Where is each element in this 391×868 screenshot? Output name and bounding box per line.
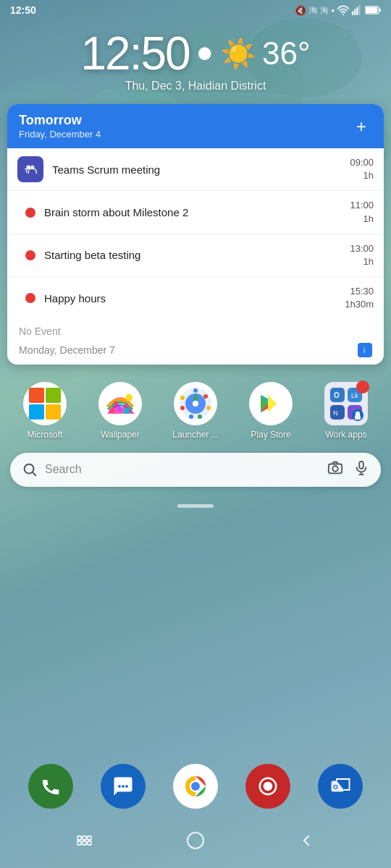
search-bar[interactable]: Search	[10, 453, 381, 487]
svg-point-62	[264, 782, 273, 791]
svg-point-25	[124, 408, 130, 414]
date-location: Thu, Dec 3, Haidian District	[14, 80, 377, 93]
svg-rect-71	[188, 833, 203, 848]
svg-rect-12	[358, 5, 360, 15]
dot-indicator: ●	[331, 7, 335, 14]
event-row-4[interactable]: Happy hours 15:30 1h30m	[7, 277, 384, 319]
svg-rect-67	[88, 836, 91, 840]
no-event-label: No Event	[7, 320, 384, 340]
svg-rect-15	[366, 7, 377, 13]
workapps-badge	[356, 380, 369, 393]
recents-button[interactable]	[72, 827, 98, 854]
nav-bar	[0, 820, 391, 868]
search-icon	[22, 461, 38, 477]
voice-search-button[interactable]	[353, 460, 369, 480]
signal-icon	[352, 5, 362, 15]
calendar-subtitle: Friday, December 4	[19, 129, 101, 140]
status-bar: 12:50 🔇 淘 淘 ●	[0, 0, 391, 17]
event-title-3: Starting beta testing	[44, 249, 341, 261]
wallpaper-icon	[98, 382, 142, 425]
handle-bar[interactable]	[0, 494, 391, 518]
clock-area: 12:50 • ☀️ 36° Thu, Dec 3, Haidian Distr…	[0, 17, 391, 98]
svg-point-30	[193, 388, 198, 393]
playstore-label: Play Store	[251, 430, 290, 440]
svg-text:i: i	[363, 346, 365, 354]
svg-point-60	[191, 782, 200, 791]
dock-phone[interactable]	[28, 764, 73, 809]
app-playstore[interactable]: Play Store	[238, 382, 303, 440]
search-bar-container: Search	[0, 446, 391, 494]
dock-outlook[interactable]: O	[318, 764, 363, 809]
wifi-icon	[337, 5, 349, 15]
teams-icon: T	[17, 156, 43, 182]
calendar-info-icon[interactable]: i	[358, 343, 372, 357]
svg-rect-68	[77, 841, 81, 845]
app-workapps[interactable]: O Lk N Work apps	[314, 382, 379, 440]
home-button[interactable]	[182, 827, 209, 854]
app-wallpaper[interactable]: Wallpaper	[88, 382, 153, 440]
search-placeholder: Search	[45, 463, 320, 476]
dock-messages[interactable]	[101, 764, 146, 809]
playstore-icon	[249, 382, 293, 425]
weather-icon: ☀️	[220, 37, 256, 71]
svg-point-8	[342, 14, 344, 15]
event-row-1[interactable]: T Teams Scrum meeting 09:00 1h	[7, 148, 384, 191]
calendar-add-button[interactable]: +	[350, 116, 372, 137]
mute-icon: 🔇	[295, 5, 306, 16]
svg-point-56	[125, 785, 128, 788]
event-dot-3	[25, 250, 35, 260]
svg-point-32	[206, 406, 211, 410]
app-microsoft[interactable]: Microsoft	[12, 382, 77, 440]
svg-point-50	[332, 466, 337, 471]
app-launcher[interactable]: Launcher ...	[163, 382, 228, 440]
dock: O	[0, 757, 391, 820]
app-grid: Microsoft	[0, 370, 391, 446]
screen-content: 12:50 🔇 淘 淘 ●	[0, 0, 391, 868]
event-dot-2	[25, 208, 35, 218]
svg-point-33	[198, 414, 202, 419]
event-time-3: 13:00 1h	[350, 242, 374, 268]
event-title-1: Teams Scrum meeting	[52, 163, 341, 176]
svg-point-54	[118, 785, 121, 788]
event-row-3[interactable]: Starting beta testing 13:00 1h	[7, 234, 384, 277]
microsoft-icon	[23, 382, 67, 425]
camera-search-button[interactable]	[327, 460, 343, 480]
svg-text:Lk: Lk	[351, 392, 358, 399]
status-time: 12:50	[10, 4, 36, 16]
svg-text:O: O	[334, 391, 340, 399]
svg-rect-11	[356, 7, 358, 15]
svg-rect-70	[88, 841, 91, 845]
calendar-events: T Teams Scrum meeting 09:00 1h Brain sto…	[7, 148, 384, 320]
workapps-label: Work apps	[325, 430, 366, 440]
temperature: 36°	[262, 35, 311, 72]
svg-point-31	[203, 394, 208, 399]
weather-info: ☀️ 36°	[220, 35, 311, 72]
event-title-2: Brain storm about Milestone 2	[44, 206, 341, 218]
svg-point-36	[180, 396, 185, 400]
drawer-handle[interactable]	[177, 504, 214, 508]
taobao2-icon: 淘	[320, 5, 328, 16]
event-time-4: 15:30 1h30m	[345, 285, 374, 311]
clock-time: 12:50	[80, 30, 189, 77]
next-date-label: Monday, December 7	[19, 344, 115, 356]
wallpaper-label: Wallpaper	[101, 430, 140, 440]
svg-point-29	[193, 401, 198, 407]
back-button[interactable]	[293, 827, 319, 854]
calendar-widget: Tomorrow Friday, December 4 + T Teams Sc…	[7, 104, 384, 365]
svg-point-35	[180, 406, 185, 410]
svg-rect-10	[354, 9, 356, 15]
svg-text:O: O	[333, 783, 338, 791]
svg-point-34	[189, 414, 193, 419]
launcher-icon	[174, 382, 217, 425]
event-title-4: Happy hours	[44, 292, 336, 305]
svg-rect-65	[77, 836, 81, 840]
svg-text:N: N	[333, 409, 338, 417]
svg-rect-51	[359, 461, 363, 468]
dock-recorder[interactable]	[245, 764, 290, 809]
event-time-2: 11:00 1h	[350, 199, 374, 225]
dock-chrome[interactable]	[173, 764, 218, 809]
svg-rect-14	[379, 9, 381, 12]
clock-separator: •	[197, 30, 213, 77]
event-row-2[interactable]: Brain storm about Milestone 2 11:00 1h	[7, 191, 384, 234]
svg-rect-69	[83, 841, 86, 845]
